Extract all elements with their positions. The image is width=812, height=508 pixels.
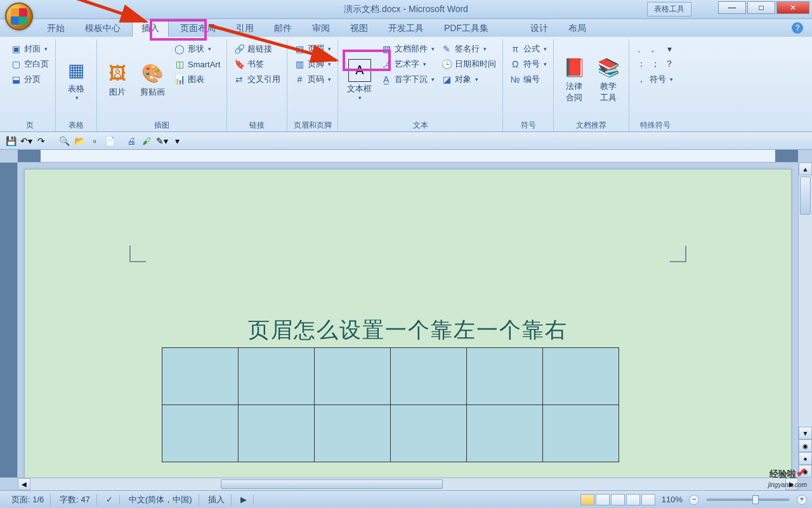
group-symbols: π公式 Ω符号 №编号 符号 [503, 39, 554, 131]
chart-label: 图表 [188, 74, 204, 85]
zoom-value[interactable]: 110% [662, 495, 683, 504]
vscroll-thumb[interactable] [800, 177, 811, 215]
status-spellcheck[interactable]: ✓ [100, 495, 120, 504]
vscroll-track[interactable] [799, 175, 812, 427]
margin-marker-tl [129, 246, 146, 262]
status-words[interactable]: 字数: 47 [53, 494, 97, 505]
sp-row1[interactable]: 、。▾ [633, 42, 678, 56]
prev-page-button[interactable]: ◉ [799, 439, 812, 452]
group-illustrations: 🖼图片 🎨剪贴画 ◯形状 ◫SmartArt 📊图表 插图 [97, 39, 227, 131]
table-row[interactable] [162, 348, 619, 405]
pagenum-button[interactable]: #页码 [291, 72, 334, 86]
zoom-slider[interactable] [707, 498, 789, 501]
symbol-icon: Ω [509, 58, 521, 70]
group-hf-label: 页眉和页脚 [291, 119, 334, 131]
scroll-down-button[interactable]: ▼ [799, 427, 812, 439]
edu-button[interactable]: 📚教学 工具 [592, 41, 625, 119]
hscroll-track[interactable] [30, 478, 785, 490]
status-mode[interactable]: 插入 [202, 494, 232, 505]
picture-button[interactable]: 🖼图片 [101, 41, 134, 119]
view-fullscreen[interactable] [596, 494, 610, 505]
table-icon: ▦ [65, 59, 88, 82]
open-icon[interactable]: 📂 [74, 135, 85, 147]
clipart-button[interactable]: 🎨剪贴画 [135, 41, 170, 119]
comma-icon: ， [636, 74, 647, 85]
blank-page-button[interactable]: ▢空白页 [8, 57, 51, 71]
minimize-button[interactable]: — [718, 1, 746, 14]
blank-label: 空白页 [24, 58, 49, 70]
page-break-button[interactable]: ⬓分页 [8, 72, 51, 86]
save-icon[interactable]: 💾 [5, 135, 16, 147]
shapes-icon: ◯ [174, 43, 185, 55]
document-heading[interactable]: 页眉怎么设置一个靠左一个靠右 [25, 316, 791, 345]
page[interactable]: 页眉怎么设置一个靠左一个靠右 [24, 169, 792, 478]
group-links-label: 链接 [231, 119, 283, 131]
group-special-symbols: 、。▾ ：；？ ，符号 特殊符号 [629, 39, 681, 131]
law-button[interactable]: 📕法律 合同 [558, 41, 591, 119]
new-icon[interactable]: ▫ [89, 135, 100, 147]
symbol-button[interactable]: Ω符号 [507, 57, 549, 71]
sp-row2[interactable]: ：；？ [633, 57, 678, 71]
symbols-more-button[interactable]: ，符号 [633, 72, 678, 86]
status-macro[interactable]: ▶ [234, 495, 254, 504]
status-language[interactable]: 中文(简体，中国) [122, 494, 199, 505]
browse-button[interactable]: ● [799, 452, 812, 465]
vertical-scrollbar[interactable]: ▲ ▼ ◉ ● ◉ [798, 163, 812, 478]
formula-button[interactable]: π公式 [507, 42, 549, 56]
ribbon-insert: ▣封面 ▢空白页 ⬓分页 页 ▦表格 表格 🖼图片 🎨剪贴画 ◯形状 ◫Smar… [0, 37, 812, 132]
office-button[interactable] [5, 3, 33, 30]
table-row[interactable] [162, 405, 619, 462]
close-button[interactable]: ✕ [776, 1, 809, 14]
highlight-header-button [343, 50, 391, 71]
tab-home[interactable]: 开始 [38, 20, 74, 37]
zoom-in-button[interactable]: + [797, 495, 807, 505]
undo-icon[interactable]: ↶▾ [20, 135, 32, 147]
document-area[interactable]: 页眉怎么设置一个靠左一个靠右 [18, 163, 798, 478]
redo-icon[interactable]: ↷ [36, 135, 47, 147]
object-button[interactable]: ◪对象 [438, 72, 499, 86]
group-illustrations-label: 插图 [101, 119, 223, 131]
horizontal-scrollbar[interactable]: ◀ ▶ [18, 478, 798, 490]
arrow-to-insert [70, 0, 159, 30]
view-buttons [580, 494, 655, 505]
tab-developer[interactable]: 开发工具 [379, 20, 433, 37]
document-table[interactable] [162, 347, 619, 462]
zoom-out-button[interactable]: − [689, 495, 699, 505]
view-draft[interactable] [641, 494, 655, 505]
datetime-button[interactable]: 🕒日期和时间 [438, 57, 499, 71]
horizontal-ruler[interactable] [18, 150, 798, 163]
status-page[interactable]: 页面: 1/6 [5, 494, 51, 505]
maximize-button[interactable]: □ [747, 1, 775, 14]
dot-icon: 、 [636, 43, 647, 55]
scroll-up-button[interactable]: ▲ [799, 163, 812, 175]
dropcap-button[interactable]: A̲首字下沉 [378, 72, 437, 86]
picture-label: 图片 [109, 86, 126, 98]
doc-icon[interactable]: 📄 [104, 135, 115, 147]
preview-icon[interactable]: 🔍 [58, 135, 70, 147]
shapes-label: 形状 [188, 43, 204, 55]
zoom-knob[interactable] [752, 495, 759, 504]
help-button[interactable]: ? [792, 22, 803, 34]
crossref-button[interactable]: ⇄交叉引用 [231, 72, 283, 86]
hscroll-thumb[interactable] [221, 479, 443, 489]
tab-pdftools[interactable]: PDF工具集 [435, 20, 497, 37]
highlight-icon[interactable]: ✎▾ [156, 135, 167, 147]
view-print-layout[interactable] [580, 494, 594, 505]
tab-layout[interactable]: 布局 [560, 20, 595, 37]
number-button[interactable]: №编号 [507, 72, 549, 86]
group-rec-label: 文档推荐 [558, 119, 625, 131]
blank-icon: ▢ [10, 58, 22, 70]
brush-icon[interactable]: 🖌 [141, 135, 152, 147]
print-icon[interactable]: 🖨 [126, 135, 137, 147]
scroll-left-button[interactable]: ◀ [18, 478, 30, 490]
tab-design[interactable]: 设计 [521, 20, 557, 37]
vertical-ruler[interactable] [0, 163, 18, 478]
highlight-insert-tab [150, 19, 207, 41]
view-outline[interactable] [626, 494, 640, 505]
table-button[interactable]: ▦表格 [60, 41, 93, 119]
view-web[interactable] [611, 494, 625, 505]
chart-button[interactable]: 📊图表 [171, 72, 223, 86]
qat-more-icon[interactable]: ▾ [171, 135, 183, 147]
cover-page-button[interactable]: ▣封面 [8, 42, 51, 56]
sigline-button[interactable]: ✎签名行 [438, 42, 499, 56]
